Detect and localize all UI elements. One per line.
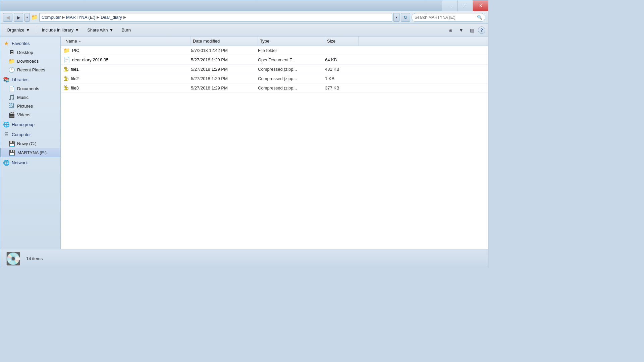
cell-type: File folder xyxy=(258,48,325,53)
include-in-library-button[interactable]: Include in library ▼ xyxy=(38,25,83,35)
help-button[interactable]: ? xyxy=(478,26,485,34)
table-row[interactable]: 🗜 file1 5/27/2018 1:29 PM Compressed (zi… xyxy=(61,65,488,74)
forward-icon: ▶ xyxy=(17,15,20,20)
organize-button[interactable]: Organize ▼ xyxy=(3,25,34,35)
status-bar: 💽 14 items xyxy=(0,249,488,268)
col-header-name[interactable]: Name ▲ xyxy=(63,37,191,46)
explorer-window: ─ □ ✕ ◀ ▶ ▼ 📁 Computer ▶ MARTYNA (E:) ▶ … xyxy=(0,0,488,268)
table-row[interactable]: 🗜 file3 5/27/2018 1:29 PM Compressed (zi… xyxy=(61,83,488,93)
computer-icon: 🖥 xyxy=(3,131,10,138)
cell-name: 📁 PIC xyxy=(63,47,191,54)
sidebar-scroll: ★ Favorites 🖥 Desktop 📁 Downloads 🕐 Rece… xyxy=(0,37,60,249)
address-path[interactable]: Computer ▶ MARTYNA (E:) ▶ Dear_diary ▶ xyxy=(39,13,392,22)
preview-pane-button[interactable]: ▤ xyxy=(467,25,477,35)
col-size-label: Size xyxy=(327,39,335,44)
file-name: file3 xyxy=(71,85,79,90)
videos-icon: 🎬 xyxy=(8,111,15,118)
nav-dropdown-button[interactable]: ▼ xyxy=(24,13,30,22)
pictures-label: Pictures xyxy=(17,104,33,109)
table-row[interactable]: 🗜 file2 5/27/2018 1:29 PM Compressed (zi… xyxy=(61,74,488,83)
share-with-button[interactable]: Share with ▼ xyxy=(84,25,117,35)
forward-button[interactable]: ▶ xyxy=(14,13,23,22)
sidebar-item-downloads[interactable]: 📁 Downloads xyxy=(0,57,60,65)
documents-label: Documents xyxy=(17,86,39,91)
table-row[interactable]: 📄 dear diary 2018 05 5/27/2018 1:29 PM O… xyxy=(61,55,488,65)
file-name: dear diary 2018 05 xyxy=(72,57,108,62)
share-arrow: ▼ xyxy=(109,27,114,33)
sidebar-item-nowy[interactable]: 💾 Nowy (C:) xyxy=(0,139,60,148)
path-sep-3: ▶ xyxy=(123,15,126,19)
col-header-type[interactable]: Type xyxy=(258,37,325,46)
sidebar-libraries-header[interactable]: 📚 Libraries xyxy=(0,74,60,84)
maximize-button[interactable]: □ xyxy=(457,0,473,11)
sidebar-item-desktop[interactable]: 🖥 Desktop xyxy=(0,48,60,57)
documents-icon: 📄 xyxy=(8,85,15,92)
search-input[interactable] xyxy=(415,15,476,20)
col-header-size[interactable]: Size xyxy=(325,37,359,46)
path-computer[interactable]: Computer xyxy=(42,15,61,20)
view-dropdown-button[interactable]: ▼ xyxy=(457,25,466,35)
item-count: 14 items xyxy=(26,256,43,261)
toolbar: Organize ▼ Include in library ▼ Share wi… xyxy=(0,24,488,37)
cell-name: 📄 dear diary 2018 05 xyxy=(63,57,191,63)
file-name: file1 xyxy=(71,67,79,72)
search-icon: 🔍 xyxy=(477,15,482,20)
sidebar-item-recent-places[interactable]: 🕐 Recent Places xyxy=(0,65,60,74)
organize-arrow: ▼ xyxy=(26,27,30,33)
file-list: 📁 PIC 5/7/2018 12:42 PM File folder 📄 de… xyxy=(61,46,488,249)
file-name: PIC xyxy=(72,48,79,53)
cell-size: 377 KB xyxy=(325,85,359,90)
minimize-button[interactable]: ─ xyxy=(442,0,457,11)
toolbar-separator-1 xyxy=(36,26,36,34)
include-label: Include in library xyxy=(42,27,74,33)
path-martyna[interactable]: MARTYNA (E:) xyxy=(66,15,95,20)
file-name: file2 xyxy=(71,76,79,81)
videos-label: Videos xyxy=(17,112,31,117)
address-bar: ◀ ▶ ▼ 📁 Computer ▶ MARTYNA (E:) ▶ Dear_d… xyxy=(0,11,488,24)
col-date-label: Date modified xyxy=(193,39,220,44)
view-options-button[interactable]: ⊞ xyxy=(446,25,455,35)
cell-name: 🗜 file2 xyxy=(63,76,191,82)
sidebar-item-videos[interactable]: 🎬 Videos xyxy=(0,110,60,119)
close-button[interactable]: ✕ xyxy=(473,0,488,11)
preview-icon: ▤ xyxy=(470,27,474,33)
sidebar-item-documents[interactable]: 📄 Documents xyxy=(0,84,60,93)
sidebar-item-martyna[interactable]: 💾 MARTYNA (E:) xyxy=(0,148,60,157)
music-icon: 🎵 xyxy=(8,94,15,101)
refresh-button[interactable]: ↻ xyxy=(401,13,410,22)
toolbar-right: ⊞ ▼ ▤ ? xyxy=(446,25,485,35)
sidebar-computer-header[interactable]: 🖥 Computer xyxy=(0,129,60,139)
downloads-icon: 📁 xyxy=(8,58,15,64)
sidebar: ★ Favorites 🖥 Desktop 📁 Downloads 🕐 Rece… xyxy=(0,37,61,249)
table-row[interactable]: 📁 PIC 5/7/2018 12:42 PM File folder xyxy=(61,46,488,55)
refresh-icon: ↻ xyxy=(404,15,408,20)
main-area: ★ Favorites 🖥 Desktop 📁 Downloads 🕐 Rece… xyxy=(0,37,488,249)
title-bar: ─ □ ✕ xyxy=(0,0,488,11)
cell-size: 431 KB xyxy=(325,67,359,72)
sidebar-item-music[interactable]: 🎵 Music xyxy=(0,93,60,102)
address-dropdown-button[interactable]: ▼ xyxy=(393,13,399,22)
computer-label: Computer xyxy=(12,132,31,137)
cell-date: 5/27/2018 1:29 PM xyxy=(191,76,258,81)
cell-type: OpenDocument T... xyxy=(258,57,325,62)
nowy-drive-icon: 💾 xyxy=(8,140,15,147)
sidebar-item-pictures[interactable]: 🖼 Pictures xyxy=(0,102,60,110)
sidebar-favorites-header[interactable]: ★ Favorites xyxy=(0,38,60,48)
burn-button[interactable]: Burn xyxy=(118,25,134,35)
search-box: 🔍 xyxy=(412,13,485,22)
martyna-label: MARTYNA (E:) xyxy=(17,150,47,155)
sidebar-network-header[interactable]: 🌐 Network xyxy=(0,157,60,167)
martyna-drive-icon: 💾 xyxy=(9,149,15,156)
cell-date: 5/27/2018 1:29 PM xyxy=(191,85,258,90)
help-icon: ? xyxy=(480,28,483,33)
view-icon: ⊞ xyxy=(448,27,452,33)
path-dear-diary[interactable]: Dear_diary xyxy=(101,15,122,20)
file-area: Name ▲ Date modified Type Size 📁 PI xyxy=(61,37,488,249)
status-drive-icon: 💽 xyxy=(6,252,21,266)
sidebar-homegroup-header[interactable]: 🌐 Homegroup xyxy=(0,119,60,129)
organize-label: Organize xyxy=(7,27,24,33)
col-header-date[interactable]: Date modified xyxy=(191,37,258,46)
recent-places-label: Recent Places xyxy=(17,67,45,72)
network-label: Network xyxy=(12,160,28,165)
back-button[interactable]: ◀ xyxy=(3,13,12,22)
